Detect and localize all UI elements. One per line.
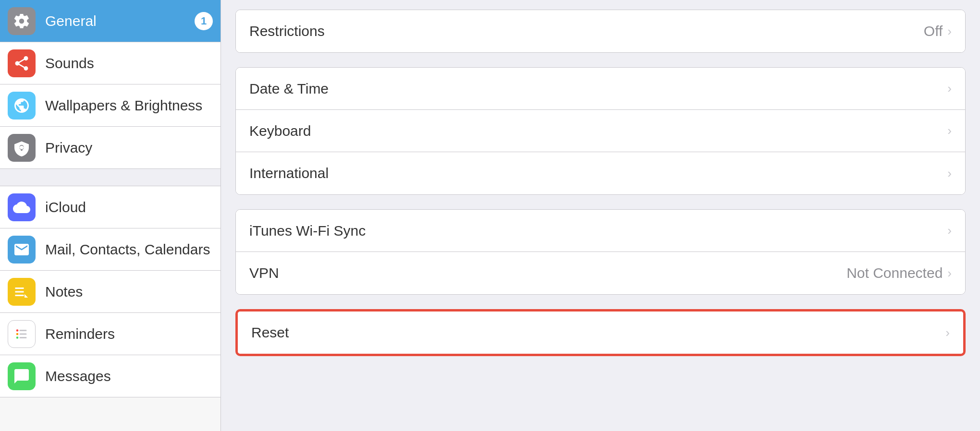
reset-section: Reset ›	[235, 309, 966, 356]
restrictions-label: Restrictions	[249, 23, 924, 39]
itunes-section: iTunes Wi-Fi Sync › VPN Not Connected ›	[235, 209, 966, 295]
sidebar-item-reminders[interactable]: Reminders	[0, 313, 220, 355]
sounds-icon	[8, 49, 36, 77]
sidebar-item-reminders-label: Reminders	[45, 326, 115, 342]
datetime-row[interactable]: Date & Time ›	[236, 68, 965, 110]
main-content: Restrictions Off › Date & Time › Keyboar…	[221, 0, 980, 431]
sidebar-item-notes-label: Notes	[45, 284, 83, 300]
svg-point-1	[16, 333, 19, 335]
vpn-value: Not Connected	[846, 265, 943, 281]
notes-icon	[8, 278, 36, 306]
reset-chevron: ›	[945, 325, 950, 340]
itunes-row[interactable]: iTunes Wi-Fi Sync ›	[236, 210, 965, 252]
cloud-icon	[8, 193, 36, 221]
restrictions-value: Off	[924, 23, 943, 39]
sidebar-item-wallpapers-label: Wallpapers & Brightness	[45, 97, 202, 114]
sidebar-item-privacy[interactable]: Privacy	[0, 127, 220, 169]
vpn-label: VPN	[249, 265, 846, 281]
keyboard-chevron: ›	[947, 123, 952, 138]
svg-point-0	[16, 329, 19, 332]
reset-row[interactable]: Reset ›	[238, 311, 963, 354]
restrictions-chevron: ›	[947, 24, 952, 39]
sidebar-item-mail[interactable]: Mail, Contacts, Calendars	[0, 228, 220, 271]
reminders-icon	[8, 320, 36, 348]
keyboard-row[interactable]: Keyboard ›	[236, 110, 965, 152]
sidebar-item-wallpapers[interactable]: Wallpapers & Brightness	[0, 84, 220, 127]
svg-rect-3	[20, 330, 27, 331]
vpn-chevron: ›	[947, 266, 952, 281]
sidebar-item-general[interactable]: General 1	[0, 0, 220, 42]
keyboard-label: Keyboard	[249, 123, 947, 139]
gear-icon	[8, 7, 36, 35]
messages-icon	[8, 362, 36, 390]
sidebar-item-mail-label: Mail, Contacts, Calendars	[45, 241, 210, 258]
sidebar-item-sounds-label: Sounds	[45, 55, 94, 72]
sidebar-item-general-label: General	[45, 13, 97, 29]
reset-label: Reset	[251, 324, 945, 341]
sidebar-item-notes[interactable]: Notes	[0, 271, 220, 313]
international-chevron: ›	[947, 166, 952, 181]
svg-rect-5	[20, 337, 27, 338]
svg-point-2	[16, 336, 19, 339]
itunes-chevron: ›	[947, 223, 952, 238]
privacy-icon	[8, 134, 36, 162]
wallpaper-icon	[8, 92, 36, 120]
itunes-label: iTunes Wi-Fi Sync	[249, 223, 947, 239]
sidebar-divider-1	[0, 169, 220, 186]
sidebar-item-icloud-label: iCloud	[45, 199, 86, 216]
restrictions-section: Restrictions Off ›	[235, 10, 966, 53]
datetime-chevron: ›	[947, 81, 952, 96]
vpn-row[interactable]: VPN Not Connected ›	[236, 252, 965, 294]
sidebar-item-icloud[interactable]: iCloud	[0, 186, 220, 228]
mail-icon	[8, 236, 36, 263]
international-row[interactable]: International ›	[236, 152, 965, 194]
general-badge: 1	[195, 12, 213, 30]
sidebar-item-sounds[interactable]: Sounds	[0, 42, 220, 84]
restrictions-row[interactable]: Restrictions Off ›	[236, 10, 965, 52]
datetime-section: Date & Time › Keyboard › International ›	[235, 67, 966, 195]
svg-rect-4	[20, 333, 27, 335]
sidebar-item-messages[interactable]: Messages	[0, 355, 220, 397]
international-label: International	[249, 165, 947, 181]
sidebar-item-privacy-label: Privacy	[45, 140, 92, 156]
datetime-label: Date & Time	[249, 81, 947, 97]
sidebar-item-messages-label: Messages	[45, 368, 111, 384]
sidebar: General 1 Sounds Wallpapers & Brightness…	[0, 0, 221, 431]
